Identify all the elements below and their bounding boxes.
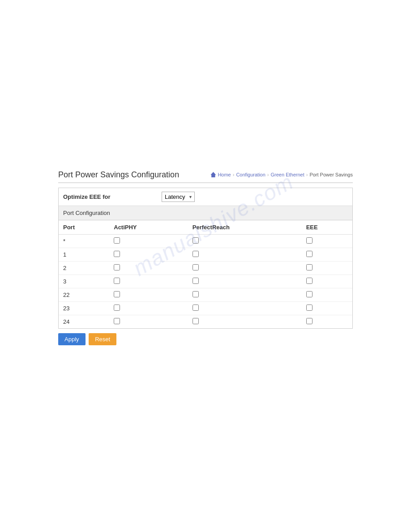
table-row: 23: [59, 302, 352, 315]
port-config-header: Port Configuration: [59, 206, 352, 220]
checkbox-eee-1[interactable]: [306, 251, 313, 257]
checkbox-eee-3[interactable]: [306, 278, 313, 284]
cell-port-0: *: [59, 235, 109, 248]
main-section: Optimize EEE for Latency Power Port Conf…: [58, 188, 353, 329]
port-config-label: Port Configuration: [63, 210, 110, 216]
breadcrumb-sep-2: ›: [267, 172, 269, 177]
cell-eee-4: [302, 288, 352, 302]
checkbox-perfectreach-6[interactable]: [193, 318, 199, 324]
cell-actiphy-6: [109, 315, 188, 329]
checkbox-perfectreach-3[interactable]: [193, 278, 199, 284]
breadcrumb-green-ethernet[interactable]: Green Ethernet: [271, 172, 304, 177]
reset-button[interactable]: Reset: [89, 333, 116, 345]
page-title: Port Power Savings Configuration: [58, 170, 179, 180]
checkbox-actiphy-6[interactable]: [114, 318, 120, 324]
cell-port-3: 3: [59, 275, 109, 288]
table-row: 24: [59, 315, 352, 329]
col-perfectreach: PerfectReach: [188, 220, 302, 235]
checkbox-actiphy-3[interactable]: [114, 278, 120, 284]
breadcrumb-home[interactable]: Home: [218, 172, 231, 177]
page-header: Port Power Savings Configuration Home › …: [58, 170, 353, 183]
checkbox-perfectreach-1[interactable]: [193, 251, 199, 257]
table-header-row: Port ActiPHY PerfectReach EEE: [59, 220, 352, 235]
cell-eee-0: [302, 235, 352, 248]
col-eee: EEE: [302, 220, 352, 235]
checkbox-actiphy-1[interactable]: [114, 251, 120, 257]
cell-actiphy-0: [109, 235, 188, 248]
cell-eee-6: [302, 315, 352, 329]
cell-actiphy-1: [109, 248, 188, 262]
breadcrumb-sep-3: ›: [306, 172, 308, 177]
cell-actiphy-3: [109, 275, 188, 288]
cell-perfectreach-4: [188, 288, 302, 302]
breadcrumb-sep-1: ›: [233, 172, 235, 177]
button-row: Apply Reset: [58, 329, 353, 350]
table-row: 1: [59, 248, 352, 262]
table-row: 22: [59, 288, 352, 302]
checkbox-actiphy-2[interactable]: [114, 264, 120, 270]
home-icon: [210, 172, 216, 177]
optimize-eee-label: Optimize EEE for: [63, 193, 162, 200]
checkbox-perfectreach-0[interactable]: [193, 237, 199, 244]
cell-port-4: 22: [59, 288, 109, 302]
checkbox-perfectreach-4[interactable]: [193, 291, 199, 297]
cell-actiphy-5: [109, 302, 188, 315]
apply-button[interactable]: Apply: [58, 333, 86, 345]
checkbox-actiphy-5[interactable]: [114, 305, 120, 311]
cell-port-2: 2: [59, 262, 109, 275]
col-port: Port: [59, 220, 109, 235]
breadcrumb-current: Port Power Savings: [309, 172, 353, 177]
cell-eee-2: [302, 262, 352, 275]
checkbox-eee-4[interactable]: [306, 291, 313, 297]
cell-perfectreach-3: [188, 275, 302, 288]
cell-eee-1: [302, 248, 352, 262]
cell-port-1: 1: [59, 248, 109, 262]
optimize-eee-select[interactable]: Latency Power: [162, 192, 195, 202]
cell-perfectreach-2: [188, 262, 302, 275]
checkbox-eee-5[interactable]: [306, 305, 313, 311]
col-actiphy: ActiPHY: [109, 220, 188, 235]
cell-perfectreach-1: [188, 248, 302, 262]
table-row: 3: [59, 275, 352, 288]
checkbox-perfectreach-5[interactable]: [193, 305, 199, 311]
checkbox-perfectreach-2[interactable]: [193, 264, 199, 270]
checkbox-eee-2[interactable]: [306, 264, 313, 270]
cell-eee-3: [302, 275, 352, 288]
checkbox-eee-6[interactable]: [306, 318, 313, 324]
breadcrumb: Home › Configuration › Green Ethernet › …: [210, 172, 353, 177]
cell-actiphy-4: [109, 288, 188, 302]
cell-port-5: 23: [59, 302, 109, 315]
table-row: 2: [59, 262, 352, 275]
port-table-body: *123222324: [59, 235, 352, 329]
checkbox-actiphy-0[interactable]: [114, 237, 120, 244]
cell-actiphy-2: [109, 262, 188, 275]
cell-eee-5: [302, 302, 352, 315]
cell-perfectreach-5: [188, 302, 302, 315]
cell-port-6: 24: [59, 315, 109, 329]
port-table: Port ActiPHY PerfectReach EEE *123222324: [59, 220, 352, 328]
breadcrumb-configuration[interactable]: Configuration: [236, 172, 265, 177]
optimize-eee-select-wrapper: Latency Power: [162, 192, 195, 202]
cell-perfectreach-6: [188, 315, 302, 329]
cell-perfectreach-0: [188, 235, 302, 248]
optimize-eee-row: Optimize EEE for Latency Power: [59, 188, 352, 206]
checkbox-actiphy-4[interactable]: [114, 291, 120, 297]
table-row: *: [59, 235, 352, 248]
checkbox-eee-0[interactable]: [306, 237, 313, 244]
